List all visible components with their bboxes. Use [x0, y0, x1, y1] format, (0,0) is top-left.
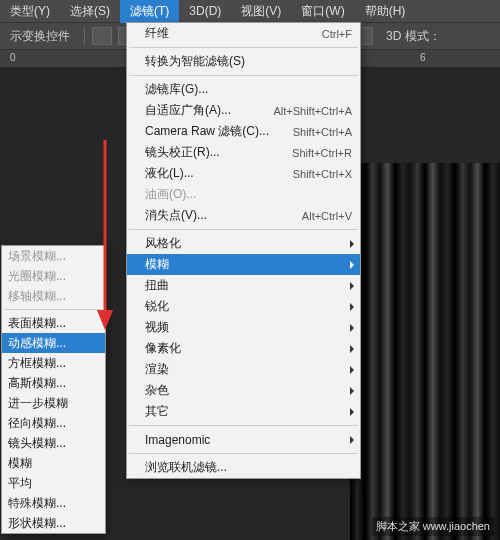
menu-item[interactable]: 视频 [127, 317, 360, 338]
menu-item[interactable]: 像素化 [127, 338, 360, 359]
menu-item[interactable]: 纤维Ctrl+F [127, 23, 360, 44]
menu-item[interactable]: 转换为智能滤镜(S) [127, 51, 360, 72]
chevron-right-icon [350, 387, 354, 395]
menu-item[interactable]: 模糊 [127, 254, 360, 275]
menubar-item[interactable]: 类型(Y) [0, 0, 60, 23]
svg-marker-1 [97, 310, 113, 330]
toolbar-label: 示变换控件 [0, 28, 80, 45]
menubar-item[interactable]: 3D(D) [179, 1, 231, 21]
menu-item[interactable]: 自适应广角(A)...Alt+Shift+Ctrl+A [127, 100, 360, 121]
chevron-right-icon [350, 261, 354, 269]
menu-item[interactable]: 锐化 [127, 296, 360, 317]
menu-item[interactable]: 杂色 [127, 380, 360, 401]
menu-item[interactable]: 风格化 [127, 233, 360, 254]
menu-item[interactable]: 渲染 [127, 359, 360, 380]
submenu-item[interactable]: 镜头模糊... [2, 433, 105, 453]
submenu-item[interactable]: 动感模糊... [2, 333, 105, 353]
submenu-item[interactable]: 径向模糊... [2, 413, 105, 433]
menubar-item[interactable]: 滤镜(T) [120, 0, 179, 23]
submenu-item[interactable]: 平均 [2, 473, 105, 493]
chevron-right-icon [350, 366, 354, 374]
menu-item[interactable]: Camera Raw 滤镜(C)...Shift+Ctrl+A [127, 121, 360, 142]
submenu-item[interactable]: 特殊模糊... [2, 493, 105, 513]
menubar: 类型(Y)选择(S)滤镜(T)3D(D)视图(V)窗口(W)帮助(H) [0, 0, 500, 22]
chevron-right-icon [350, 436, 354, 444]
menu-item[interactable]: 浏览联机滤镜... [127, 457, 360, 478]
chevron-right-icon [350, 240, 354, 248]
menubar-item[interactable]: 窗口(W) [291, 0, 354, 23]
mode3d-label: 3D 模式： [386, 28, 441, 45]
submenu-item[interactable]: 高斯模糊... [2, 373, 105, 393]
filter-menu: 纤维Ctrl+F转换为智能滤镜(S)滤镜库(G)...自适应广角(A)...Al… [126, 22, 361, 479]
chevron-right-icon [350, 303, 354, 311]
menubar-item[interactable]: 视图(V) [231, 0, 291, 23]
chevron-right-icon [350, 324, 354, 332]
submenu-item[interactable]: 方框模糊... [2, 353, 105, 373]
annotation-arrow [90, 140, 120, 330]
canvas-texture [350, 163, 500, 540]
chevron-right-icon [350, 408, 354, 416]
menubar-item[interactable]: 选择(S) [60, 0, 120, 23]
menu-item: 油画(O)... [127, 184, 360, 205]
menu-item[interactable]: 滤镜库(G)... [127, 79, 360, 100]
menubar-item[interactable]: 帮助(H) [355, 0, 416, 23]
menu-item[interactable]: 消失点(V)...Alt+Ctrl+V [127, 205, 360, 226]
chevron-right-icon [350, 345, 354, 353]
chevron-right-icon [350, 282, 354, 290]
menu-item[interactable]: 镜头校正(R)...Shift+Ctrl+R [127, 142, 360, 163]
menu-item[interactable]: 液化(L)...Shift+Ctrl+X [127, 163, 360, 184]
watermark: 脚本之家 www.jiaochen [372, 517, 494, 536]
submenu-item[interactable]: 进一步模糊 [2, 393, 105, 413]
menu-item[interactable]: 其它 [127, 401, 360, 422]
submenu-item[interactable]: 形状模糊... [2, 513, 105, 533]
align-button[interactable] [92, 27, 112, 45]
menu-item[interactable]: 扭曲 [127, 275, 360, 296]
menu-item[interactable]: Imagenomic [127, 429, 360, 450]
submenu-item[interactable]: 模糊 [2, 453, 105, 473]
